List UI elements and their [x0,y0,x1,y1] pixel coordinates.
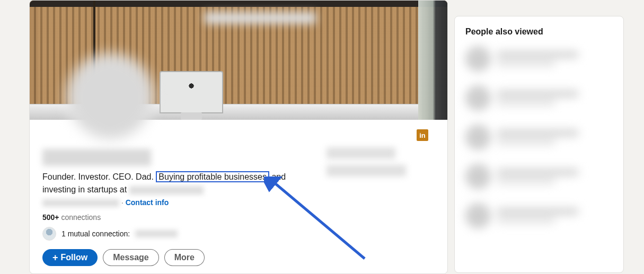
follow-label: Follow [61,253,88,262]
headline-company-blur [129,186,204,195]
connections-number: 500+ [42,213,59,222]
contact-separator: · [119,198,126,207]
mutual-label: 1 mutual connection: [61,229,130,238]
suggested-profile[interactable] [465,85,613,111]
suggested-text [497,130,613,145]
suggested-avatar [465,164,491,189]
cover-top-trim [30,1,447,7]
connections-count[interactable]: 500+ connections [42,213,435,222]
mutual-avatar-icon [42,227,56,241]
mutual-connections[interactable]: 1 mutual connection: [42,227,435,241]
follow-button[interactable]: + Follow [42,249,98,266]
suggested-avatar [465,46,491,72]
mutual-name-blur [135,230,178,237]
message-button[interactable]: Message [103,249,159,266]
profile-actions: + Follow Message More [42,249,435,266]
cover-text-blur [205,12,316,24]
suggested-profile[interactable] [465,46,613,72]
suggested-text [497,91,613,105]
plus-icon: + [52,253,58,262]
location-contact-line: · Contact info [42,198,435,207]
headline-before: Founder. Investor. CEO. Dad. [42,172,156,181]
contact-info-link[interactable]: Contact info [126,198,169,207]
cover-monitor [160,71,223,113]
suggested-profile[interactable] [465,203,613,228]
profile-headline: Founder. Investor. CEO. Dad. Buying prof… [42,171,318,196]
suggested-avatar [465,85,491,111]
location-blur [42,199,119,207]
connections-label: connections [59,213,101,222]
cover-window [418,1,447,120]
more-button[interactable]: More [164,249,205,266]
cover-monitor-base [181,112,202,120]
suggested-text [497,169,613,184]
suggested-text [497,51,613,66]
people-also-viewed-title: People also viewed [465,27,613,37]
suggested-text [497,208,613,223]
profile-card: in Founder. Investor. CEO. Dad. Buying p… [29,0,448,274]
profile-info: Founder. Investor. CEO. Dad. Buying prof… [30,120,447,274]
suggested-profile[interactable] [465,164,613,189]
people-also-viewed-panel: People also viewed [454,16,624,273]
suggested-avatar [465,203,491,228]
headline-highlight: Buying profitable businesses [156,171,269,182]
suggested-profile[interactable] [465,125,613,150]
suggested-avatar [465,125,491,150]
